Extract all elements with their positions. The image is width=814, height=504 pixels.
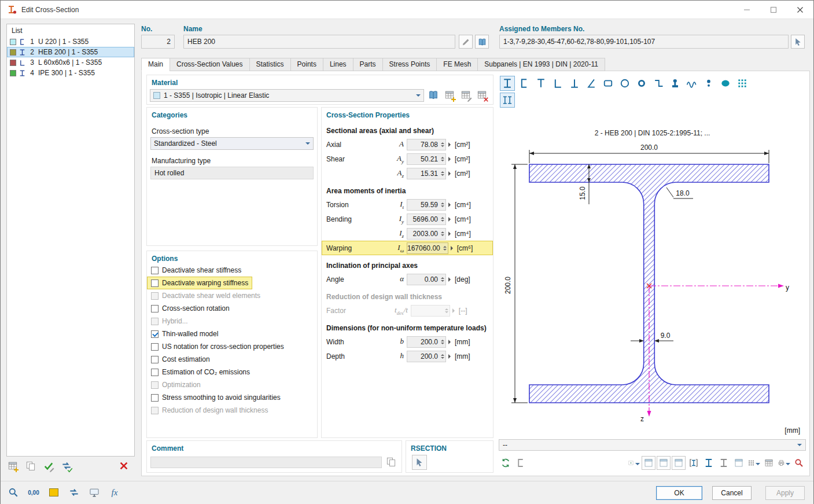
close-button[interactable] xyxy=(787,1,813,19)
print-button[interactable] xyxy=(777,456,791,470)
section-orientation-button[interactable] xyxy=(514,456,528,470)
angle-section-button[interactable] xyxy=(550,76,565,91)
delete-material-button[interactable] xyxy=(475,89,489,102)
detail-arrow-button[interactable] xyxy=(448,231,453,236)
option-co2-emissions[interactable]: Estimation of CO₂ emissions xyxy=(147,366,254,378)
material-library-button[interactable] xyxy=(426,89,440,102)
spinner-arrows[interactable] xyxy=(440,141,445,149)
section-solid-view-button[interactable] xyxy=(702,456,716,470)
checkbox-icon[interactable] xyxy=(151,279,159,287)
grid-options-button[interactable] xyxy=(747,456,761,470)
delete-cross-section-button[interactable] xyxy=(117,460,130,473)
corrugated-section-button[interactable] xyxy=(684,76,699,91)
numbering-display-button[interactable] xyxy=(732,456,746,470)
hollow-rectangle-section-button[interactable] xyxy=(601,76,616,91)
color-legend-button[interactable] xyxy=(47,485,61,499)
view-layout-2-button[interactable] xyxy=(657,456,671,470)
list-item[interactable]: 4 IPE 300 | 1 - S355 xyxy=(7,68,134,78)
option-deactivate-shear-stiffness[interactable]: Deactivate shear stiffness xyxy=(147,264,245,277)
values-table-button[interactable] xyxy=(762,456,776,470)
rename-button[interactable] xyxy=(459,35,473,49)
checkbox-icon[interactable] xyxy=(151,394,159,402)
value-field[interactable]: 167060.00 xyxy=(407,242,448,254)
i-section-button[interactable] xyxy=(500,76,515,91)
pipe-section-button[interactable] xyxy=(634,76,649,91)
result-combobox[interactable]: -- xyxy=(499,439,806,451)
ok-button[interactable]: OK xyxy=(656,486,702,500)
spinner-arrows[interactable] xyxy=(440,215,445,223)
tab-parts[interactable]: Parts xyxy=(353,58,382,71)
find-cross-section-button[interactable] xyxy=(6,485,20,499)
tab-fe-mesh[interactable]: FE Mesh xyxy=(436,58,477,71)
spinner-arrows[interactable] xyxy=(440,170,445,178)
solid-section-button[interactable] xyxy=(718,76,733,91)
maximize-button[interactable] xyxy=(760,1,787,19)
value-field[interactable]: 200.0 xyxy=(407,351,446,362)
edit-material-button[interactable] xyxy=(459,89,473,102)
detail-arrow-button[interactable] xyxy=(448,340,453,344)
formula-button[interactable]: fx xyxy=(108,485,121,499)
tee-section-button[interactable] xyxy=(533,76,548,91)
option-deactivate-warping-stiffness[interactable]: Deactivate warping stiffness xyxy=(147,277,252,289)
option-thin-walled-model[interactable]: Thin-walled model xyxy=(147,328,222,340)
tab-stress-points[interactable]: Stress Points xyxy=(382,58,437,71)
tab-points[interactable]: Points xyxy=(290,58,323,71)
section-bracket-view-button[interactable] xyxy=(687,456,701,470)
inverted-tee-section-button[interactable] xyxy=(567,76,582,91)
comment-input[interactable] xyxy=(150,457,382,468)
spinner-arrows[interactable] xyxy=(440,201,445,209)
detail-arrow-button[interactable] xyxy=(448,354,453,359)
value-field[interactable]: 59.59 xyxy=(407,199,446,211)
checkbox-icon[interactable] xyxy=(151,330,159,338)
rail-section-button[interactable] xyxy=(668,76,683,91)
double-i-section-button[interactable] xyxy=(500,93,515,108)
tab-subpanels[interactable]: Subpanels | EN 1993 | DIN | 2020-11 xyxy=(477,58,605,71)
detail-arrow-button[interactable] xyxy=(448,142,453,147)
hollow-circle-section-button[interactable] xyxy=(617,76,632,91)
name-field[interactable] xyxy=(183,35,455,49)
assigned-members-field[interactable] xyxy=(499,35,789,49)
spinner-arrows[interactable] xyxy=(440,338,445,346)
tab-cross-section-values[interactable]: Cross-Section Values xyxy=(170,58,249,71)
spinner-arrows[interactable] xyxy=(440,155,445,163)
zoom-reset-button[interactable] xyxy=(792,456,806,470)
spinner-arrows[interactable] xyxy=(442,244,448,252)
checkbox-icon[interactable] xyxy=(151,267,159,274)
cross-section-type-combobox[interactable]: Standardized - Steel xyxy=(150,137,314,150)
point-section-button[interactable] xyxy=(701,76,716,91)
new-material-button[interactable] xyxy=(443,89,456,102)
spinner-arrows[interactable] xyxy=(440,230,445,238)
copy-comment-button[interactable] xyxy=(384,455,398,469)
value-field[interactable]: 200.0 xyxy=(407,336,446,348)
detail-arrow-button[interactable] xyxy=(448,157,453,161)
tab-lines[interactable]: Lines xyxy=(323,58,353,71)
list-item[interactable]: 3 L 60x60x6 | 1 - S355 xyxy=(7,57,134,68)
refresh-view-button[interactable] xyxy=(499,456,513,470)
new-cross-section-button[interactable] xyxy=(6,460,19,473)
checkbox-icon[interactable] xyxy=(151,356,159,363)
stress-points-visibility-button[interactable] xyxy=(627,456,640,470)
checkbox-icon[interactable] xyxy=(151,305,159,312)
diagonal-angle-section-button[interactable] xyxy=(584,76,599,91)
tab-main[interactable]: Main xyxy=(141,58,170,71)
no-field[interactable] xyxy=(141,35,175,49)
decimal-places-button[interactable]: 0,00 xyxy=(27,485,40,499)
cancel-button[interactable]: Cancel xyxy=(712,486,752,500)
checkbox-icon[interactable] xyxy=(151,369,159,376)
detail-arrow-button[interactable] xyxy=(448,171,453,176)
detail-arrow-button[interactable] xyxy=(448,203,453,207)
option-cost-estimation[interactable]: Cost estimation xyxy=(147,353,214,366)
option-stress-smoothing[interactable]: Stress smoothing to avoid singularities xyxy=(147,391,285,404)
minimize-button[interactable] xyxy=(734,1,760,19)
detail-arrow-button[interactable] xyxy=(448,277,453,282)
value-field[interactable]: 0.00 xyxy=(407,274,446,285)
fe-mesh-section-button[interactable] xyxy=(735,76,750,91)
spinner-arrows[interactable] xyxy=(440,275,445,284)
rsection-export-button[interactable] xyxy=(412,455,427,470)
name-library-button[interactable] xyxy=(475,35,489,49)
list-item-selected[interactable]: 2 HEB 200 | 1 - S355 xyxy=(7,47,134,57)
select-members-button[interactable] xyxy=(791,35,805,49)
checkbox-icon[interactable] xyxy=(151,343,159,351)
display-properties-button[interactable] xyxy=(87,485,101,499)
option-us-notation[interactable]: US notation for cross-section properties xyxy=(147,340,288,353)
